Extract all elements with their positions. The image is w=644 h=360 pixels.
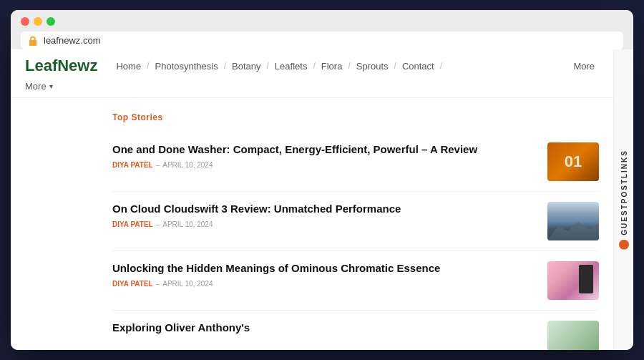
nav-row-1: LeafNewz Home / Photosynthesis / Botany …: [25, 49, 599, 78]
meta-dash: –: [156, 280, 160, 288]
article-item: On Cloud Cloudswift 3 Review: Unmatched …: [112, 192, 599, 251]
nav-link-sprouts[interactable]: Sprouts: [352, 58, 393, 74]
nav-link-botany[interactable]: Botany: [228, 58, 265, 74]
nav-link-flora[interactable]: Flora: [317, 58, 347, 74]
article-item: One and Done Washer: Compact, Energy-Eff…: [112, 132, 599, 192]
content-area: Top Stories One and Done Washer: Compact…: [69, 98, 613, 350]
article-author: DIYA PATEL: [112, 161, 153, 169]
side-banner: GUESTPOSTLINKS: [613, 49, 633, 350]
article-title[interactable]: Exploring Oliver Anthony's: [112, 321, 537, 335]
article-meta: DIYA PATEL – APRIL 10, 2024: [112, 161, 537, 169]
article-title[interactable]: On Cloud Cloudswift 3 Review: Unmatched …: [112, 202, 537, 216]
chevron-down-icon: ▾: [49, 82, 53, 90]
url-text: leafnewz.com: [44, 35, 100, 46]
nav-more-main[interactable]: More: [569, 58, 599, 74]
article-thumbnail: [547, 261, 599, 300]
article-thumbnail: [547, 202, 599, 240]
article-date: APRIL 10, 2024: [162, 280, 213, 288]
article-date: APRIL 10, 2024: [162, 161, 213, 169]
minimize-button[interactable]: [34, 17, 42, 26]
main-content: LeafNewz Home / Photosynthesis / Botany …: [11, 49, 613, 350]
article-text: One and Done Washer: Compact, Energy-Eff…: [112, 142, 537, 169]
site-logo: LeafNewz: [25, 57, 97, 75]
guestpost-icon: [619, 240, 629, 250]
maximize-button[interactable]: [47, 17, 55, 26]
nav-link-contact[interactable]: Contact: [398, 58, 439, 74]
nav-sep-4: /: [348, 61, 350, 71]
nav-more-dropdown-button[interactable]: More ▾: [25, 81, 53, 92]
browser-content: LeafNewz Home / Photosynthesis / Botany …: [11, 49, 633, 350]
article-author: DIYA PATEL: [112, 220, 153, 228]
nav-sep-0: /: [147, 61, 149, 71]
nav-more-dropdown-label: More: [25, 81, 47, 92]
article-author: DIYA PATEL: [112, 280, 153, 288]
article-thumbnail: [547, 321, 599, 350]
article-list: One and Done Washer: Compact, Energy-Eff…: [112, 132, 599, 350]
top-stories-label: Top Stories: [112, 112, 599, 122]
nav-row-2: More ▾: [25, 78, 53, 97]
article-text: Exploring Oliver Anthony's: [112, 321, 537, 339]
article-meta: DIYA PATEL – APRIL 10, 2024: [112, 220, 537, 228]
nav-link-leaflets[interactable]: Leaflets: [270, 58, 312, 74]
nav-sep-5: /: [394, 61, 396, 71]
close-button[interactable]: [21, 17, 29, 26]
nav-sep-3: /: [313, 61, 315, 71]
address-bar[interactable]: leafnewz.com: [21, 31, 623, 49]
article-thumbnail: 01: [547, 142, 599, 181]
article-item: Unlocking the Hidden Meanings of Ominous…: [112, 251, 599, 311]
svg-rect-0: [29, 40, 36, 46]
traffic-lights: [21, 17, 623, 26]
thumb-label: 01: [565, 152, 582, 171]
site-nav: LeafNewz Home / Photosynthesis / Botany …: [11, 49, 613, 98]
article-text: Unlocking the Hidden Meanings of Ominous…: [112, 261, 537, 288]
browser-chrome: leafnewz.com: [11, 10, 633, 49]
article-title[interactable]: Unlocking the Hidden Meanings of Ominous…: [112, 261, 537, 276]
article-item: Exploring Oliver Anthony's: [112, 311, 599, 350]
nav-link-photosynthesis[interactable]: Photosynthesis: [151, 58, 223, 74]
lock-icon: [28, 36, 38, 46]
article-title[interactable]: One and Done Washer: Compact, Energy-Eff…: [112, 142, 537, 157]
browser-window: leafnewz.com LeafNewz Home / Photosynthe…: [11, 10, 633, 350]
article-text: On Cloud Cloudswift 3 Review: Unmatched …: [112, 202, 537, 228]
nav-links: Home / Photosynthesis / Botany / Leaflet…: [112, 58, 569, 74]
nav-sep-2: /: [267, 61, 269, 71]
nav-link-home[interactable]: Home: [112, 58, 145, 74]
nav-sep-6: /: [440, 61, 442, 71]
guestpost-label: GUESTPOSTLINKS: [619, 150, 629, 250]
meta-dash: –: [156, 161, 160, 169]
nav-sep-1: /: [224, 61, 226, 71]
article-date: APRIL 10, 2024: [162, 220, 213, 228]
article-meta: DIYA PATEL – APRIL 10, 2024: [112, 280, 537, 288]
meta-dash: –: [156, 220, 160, 228]
